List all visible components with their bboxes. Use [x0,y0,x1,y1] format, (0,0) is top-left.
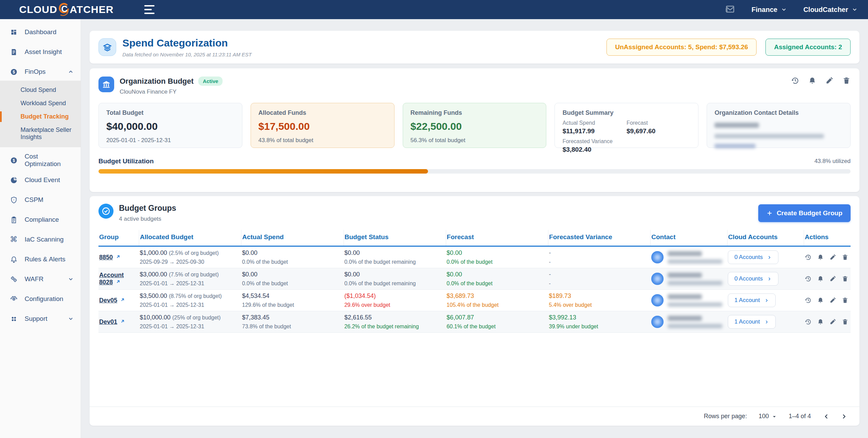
alerts-button[interactable] [817,318,824,325]
group-link[interactable]: Dev05 [99,297,117,304]
sidebar-item-wafr[interactable]: WAFR [0,272,81,286]
sidebar-item-budget-tracking[interactable]: Budget Tracking [0,110,81,123]
actual-spend-sub: 73.8% of the budget [242,324,339,330]
col-forecasted-variance[interactable]: Forecasted Variance [548,230,651,246]
sidebar-item-rules-alerts[interactable]: Rules & Alerts [0,252,81,266]
allocated-budget-note: (25% of org budget) [172,315,221,320]
alerts-button[interactable] [817,254,824,261]
rows-per-page-value: 100 [759,413,769,420]
cloud-accounts-button[interactable]: 0 Accounts [728,250,778,264]
sidebar-item-marketplace-seller-insights[interactable]: Marketplace Seller Insights [0,123,81,144]
edit-button[interactable] [829,297,836,304]
contact-email-redacted [668,302,722,307]
trash-icon [842,297,849,304]
bell-icon [817,318,824,325]
menu-toggle-icon[interactable] [144,5,156,14]
sidebar-item-support[interactable]: Support [0,312,81,326]
chevron-down-icon [852,6,858,13]
sidebar-item-cost-optimization[interactable]: Cost Optimization [0,153,81,167]
sidebar-item-configuration[interactable]: Configuration [0,292,81,306]
sidebar-item-label: Cloud Event [25,176,60,184]
budget-utilization-percent: 43.8% utilized [814,158,851,165]
budget-date-range: 2025-09-29 → 2025-09-30 [140,259,237,265]
sidebar-item-cloud-spend[interactable]: Cloud Spend [0,83,81,97]
col-budget-status[interactable]: Budget Status [344,230,446,246]
alerts-button[interactable] [817,275,824,282]
cloud-accounts-button[interactable]: 1 Account [728,293,776,307]
avatar [651,294,664,306]
group-link[interactable]: 8850 [99,254,113,261]
col-group[interactable]: Group [98,230,139,246]
cloudcatcher-logo[interactable]: CLOUDCATCHER [19,3,113,16]
col-actual-spend[interactable]: Actual Spend [241,230,344,246]
unassigned-accounts-badge[interactable]: UnAssigned Accounts: 5, Spend: $7,593.26 [606,39,757,56]
actual-spend-value: $11,917.99 [562,127,626,135]
dashboard-icon [10,29,18,36]
history-button[interactable] [805,318,812,325]
brand-text-left: CLOUD [19,4,57,15]
trash-icon [842,254,849,261]
edit-button[interactable] [829,318,836,325]
budget-groups-title: Budget Groups [119,204,176,213]
check-circle-icon [98,204,113,219]
avatar [651,316,664,328]
cloud-accounts-count: 1 Account [734,297,760,304]
sidebar-item-finops[interactable]: FinOps [0,65,81,79]
delete-button[interactable] [842,318,849,325]
external-link-icon[interactable] [120,319,125,324]
org-budget-subtitle: ClouNova Finance FY [120,88,223,95]
edit-button[interactable] [829,275,836,282]
alerts-button[interactable] [817,297,824,304]
alerts-button[interactable] [808,77,816,85]
col-contact[interactable]: Contact [651,230,727,246]
external-link-icon[interactable] [116,279,121,284]
budget-utilization-fill [98,169,428,174]
history-button[interactable] [805,254,812,261]
cloud-accounts-button[interactable]: 0 Accounts [728,272,778,286]
contact-name-redacted [715,123,759,128]
external-link-icon[interactable] [120,297,125,302]
group-link[interactable]: Dev01 [99,318,117,325]
sidebar-item-asset-insight[interactable]: Asset Insight [0,45,81,59]
mail-icon[interactable] [725,4,735,15]
next-page-button[interactable] [840,413,848,420]
col-allocated-budget[interactable]: Allocated Budget [139,230,241,246]
col-actions[interactable]: Actions [804,230,851,246]
col-forecast[interactable]: Forecast [446,230,548,246]
sidebar-item-cloud-event[interactable]: Cloud Event [0,173,81,187]
variance-value: $3,992.13 [549,314,646,321]
budget-groups-card: Budget Groups 4 active budgets Create Bu… [90,196,859,426]
delete-button[interactable] [842,254,849,261]
sidebar-item-workload-spend[interactable]: Workload Spend [0,97,81,110]
budget-status-value: $0.00 [344,271,442,278]
tenant-dropdown[interactable]: CloudCatcher [803,6,858,14]
history-button[interactable] [791,77,799,85]
bell-icon [808,77,816,85]
edit-button[interactable] [825,77,833,85]
sidebar-item-dashboard[interactable]: Dashboard [0,25,81,39]
remaining-funds-sub: 56.3% of total budget [411,137,539,144]
variance-sub: - [549,259,646,265]
env-dropdown[interactable]: Finance [751,6,787,14]
history-button[interactable] [805,297,812,304]
budget-date-range: 2025-01-01 → 2025-12-31 [140,324,237,330]
cloud-accounts-button[interactable]: 1 Account [728,315,776,329]
delete-button[interactable] [842,275,849,282]
rows-per-page-select[interactable]: 100 [759,413,777,420]
history-button[interactable] [805,275,812,282]
edit-button[interactable] [829,254,836,261]
finops-submenu: Cloud Spend Workload Spend Budget Tracki… [0,81,81,147]
col-cloud-accounts[interactable]: Cloud Accounts [727,230,804,246]
create-budget-group-button[interactable]: Create Budget Group [758,204,851,222]
sidebar-item-cspm[interactable]: CSPM [0,193,81,207]
actual-spend-value: $0.00 [242,249,339,257]
delete-button[interactable] [842,77,851,85]
sidebar-item-compliance[interactable]: Compliance [0,213,81,227]
external-link-icon[interactable] [116,254,121,259]
previous-page-button[interactable] [823,413,830,420]
assigned-accounts-badge[interactable]: Assigned Accounts: 2 [765,39,851,56]
shield-icon [10,196,18,204]
delete-button[interactable] [842,297,849,304]
table-row: Account 8028 $3,000.00 (7.5% of org budg… [98,268,851,290]
sidebar-item-iac-scanning[interactable]: ⌘ IaC Scanning [0,233,81,246]
